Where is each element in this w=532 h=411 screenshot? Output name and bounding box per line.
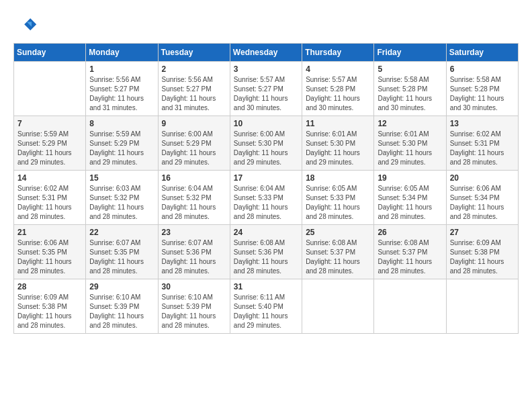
calendar-cell: 13Sunrise: 6:02 AM Sunset: 5:31 PM Dayli… — [446, 116, 518, 171]
calendar-cell: 1Sunrise: 5:56 AM Sunset: 5:27 PM Daylig… — [86, 62, 158, 116]
calendar-cell — [14, 62, 86, 116]
day-info: Sunrise: 5:56 AM Sunset: 5:27 PM Dayligh… — [89, 75, 154, 113]
calendar-cell: 2Sunrise: 5:56 AM Sunset: 5:27 PM Daylig… — [158, 62, 230, 116]
day-info: Sunrise: 6:09 AM Sunset: 5:38 PM Dayligh… — [17, 293, 82, 330]
calendar-cell: 10Sunrise: 6:00 AM Sunset: 5:30 PM Dayli… — [230, 116, 302, 171]
day-info: Sunrise: 6:01 AM Sunset: 5:30 PM Dayligh… — [378, 130, 442, 167]
calendar-cell: 12Sunrise: 6:01 AM Sunset: 5:30 PM Dayli… — [374, 116, 446, 171]
calendar-cell: 6Sunrise: 5:58 AM Sunset: 5:28 PM Daylig… — [446, 62, 518, 116]
day-info: Sunrise: 6:08 AM Sunset: 5:36 PM Dayligh… — [234, 238, 298, 276]
day-number: 21 — [17, 228, 82, 237]
day-number: 25 — [306, 228, 370, 237]
calendar-cell — [302, 279, 374, 334]
day-number: 26 — [378, 228, 442, 237]
day-number: 4 — [306, 64, 370, 74]
calendar-cell: 30Sunrise: 6:10 AM Sunset: 5:39 PM Dayli… — [158, 279, 230, 334]
day-info: Sunrise: 5:57 AM Sunset: 5:27 PM Dayligh… — [234, 75, 298, 113]
day-info: Sunrise: 5:58 AM Sunset: 5:28 PM Dayligh… — [450, 75, 515, 113]
day-info: Sunrise: 6:02 AM Sunset: 5:31 PM Dayligh… — [17, 184, 82, 222]
logo-icon — [13, 13, 38, 38]
calendar-cell: 26Sunrise: 6:08 AM Sunset: 5:37 PM Dayli… — [374, 225, 446, 279]
day-info: Sunrise: 6:10 AM Sunset: 5:39 PM Dayligh… — [89, 293, 154, 330]
day-info: Sunrise: 6:10 AM Sunset: 5:39 PM Dayligh… — [162, 293, 226, 330]
day-number: 28 — [17, 282, 82, 291]
calendar-cell: 8Sunrise: 5:59 AM Sunset: 5:29 PM Daylig… — [86, 116, 158, 171]
calendar-cell: 21Sunrise: 6:06 AM Sunset: 5:35 PM Dayli… — [14, 225, 86, 279]
day-info: Sunrise: 6:04 AM Sunset: 5:33 PM Dayligh… — [234, 184, 298, 222]
weekday-header-sunday: Sunday — [14, 44, 86, 62]
day-number: 3 — [234, 64, 298, 74]
day-number: 11 — [306, 119, 370, 128]
day-number: 12 — [378, 119, 442, 128]
calendar-cell: 7Sunrise: 5:59 AM Sunset: 5:29 PM Daylig… — [14, 116, 86, 171]
weekday-header-tuesday: Tuesday — [158, 44, 230, 62]
calendar-cell: 25Sunrise: 6:08 AM Sunset: 5:37 PM Dayli… — [302, 225, 374, 279]
calendar-cell: 20Sunrise: 6:06 AM Sunset: 5:34 PM Dayli… — [446, 171, 518, 225]
day-number: 7 — [17, 119, 82, 128]
day-number: 16 — [162, 173, 226, 183]
calendar-cell: 16Sunrise: 6:04 AM Sunset: 5:32 PM Dayli… — [158, 171, 230, 225]
calendar-cell: 11Sunrise: 6:01 AM Sunset: 5:30 PM Dayli… — [302, 116, 374, 171]
day-number: 20 — [450, 173, 515, 183]
calendar-cell: 19Sunrise: 6:05 AM Sunset: 5:34 PM Dayli… — [374, 171, 446, 225]
day-info: Sunrise: 5:56 AM Sunset: 5:27 PM Dayligh… — [162, 75, 226, 113]
day-number: 24 — [234, 228, 298, 237]
calendar-cell: 3Sunrise: 5:57 AM Sunset: 5:27 PM Daylig… — [230, 62, 302, 116]
day-info: Sunrise: 6:05 AM Sunset: 5:33 PM Dayligh… — [306, 184, 370, 222]
calendar-cell — [374, 279, 446, 334]
calendar-cell: 29Sunrise: 6:10 AM Sunset: 5:39 PM Dayli… — [86, 279, 158, 334]
weekday-header-monday: Monday — [86, 44, 158, 62]
day-number: 23 — [162, 228, 226, 237]
calendar-cell: 5Sunrise: 5:58 AM Sunset: 5:28 PM Daylig… — [374, 62, 446, 116]
day-info: Sunrise: 6:00 AM Sunset: 5:29 PM Dayligh… — [162, 130, 226, 167]
day-info: Sunrise: 6:06 AM Sunset: 5:34 PM Dayligh… — [450, 184, 515, 222]
day-info: Sunrise: 5:58 AM Sunset: 5:28 PM Dayligh… — [378, 75, 442, 113]
calendar-cell: 15Sunrise: 6:03 AM Sunset: 5:32 PM Dayli… — [86, 171, 158, 225]
calendar-cell: 31Sunrise: 6:11 AM Sunset: 5:40 PM Dayli… — [230, 279, 302, 334]
day-info: Sunrise: 6:07 AM Sunset: 5:36 PM Dayligh… — [162, 238, 226, 276]
weekday-header-thursday: Thursday — [302, 44, 374, 62]
calendar-cell: 24Sunrise: 6:08 AM Sunset: 5:36 PM Dayli… — [230, 225, 302, 279]
day-info: Sunrise: 6:07 AM Sunset: 5:35 PM Dayligh… — [89, 238, 154, 276]
day-number: 6 — [450, 64, 515, 74]
day-number: 2 — [162, 64, 226, 74]
day-info: Sunrise: 6:11 AM Sunset: 5:40 PM Dayligh… — [234, 293, 298, 330]
day-info: Sunrise: 5:59 AM Sunset: 5:29 PM Dayligh… — [89, 130, 154, 167]
page-header — [13, 13, 519, 38]
calendar-cell: 9Sunrise: 6:00 AM Sunset: 5:29 PM Daylig… — [158, 116, 230, 171]
weekday-header-wednesday: Wednesday — [230, 44, 302, 62]
calendar-cell: 22Sunrise: 6:07 AM Sunset: 5:35 PM Dayli… — [86, 225, 158, 279]
day-info: Sunrise: 6:08 AM Sunset: 5:37 PM Dayligh… — [306, 238, 370, 276]
day-number: 29 — [89, 282, 154, 291]
calendar-cell: 4Sunrise: 5:57 AM Sunset: 5:28 PM Daylig… — [302, 62, 374, 116]
day-number: 17 — [234, 173, 298, 183]
day-info: Sunrise: 5:59 AM Sunset: 5:29 PM Dayligh… — [17, 130, 82, 167]
calendar-cell: 23Sunrise: 6:07 AM Sunset: 5:36 PM Dayli… — [158, 225, 230, 279]
day-number: 19 — [378, 173, 442, 183]
calendar-cell: 18Sunrise: 6:05 AM Sunset: 5:33 PM Dayli… — [302, 171, 374, 225]
day-info: Sunrise: 6:06 AM Sunset: 5:35 PM Dayligh… — [17, 238, 82, 276]
logo — [13, 13, 42, 38]
calendar-cell: 27Sunrise: 6:09 AM Sunset: 5:38 PM Dayli… — [446, 225, 518, 279]
day-number: 13 — [450, 119, 515, 128]
day-info: Sunrise: 6:03 AM Sunset: 5:32 PM Dayligh… — [89, 184, 154, 222]
day-info: Sunrise: 6:09 AM Sunset: 5:38 PM Dayligh… — [450, 238, 515, 276]
calendar-table: SundayMondayTuesdayWednesdayThursdayFrid… — [13, 43, 519, 334]
day-number: 1 — [89, 64, 154, 74]
day-number: 14 — [17, 173, 82, 183]
calendar-cell — [446, 279, 518, 334]
day-info: Sunrise: 5:57 AM Sunset: 5:28 PM Dayligh… — [306, 75, 370, 113]
day-info: Sunrise: 6:04 AM Sunset: 5:32 PM Dayligh… — [162, 184, 226, 222]
day-info: Sunrise: 6:00 AM Sunset: 5:30 PM Dayligh… — [234, 130, 298, 167]
day-number: 30 — [162, 282, 226, 291]
calendar-cell: 28Sunrise: 6:09 AM Sunset: 5:38 PM Dayli… — [14, 279, 86, 334]
day-info: Sunrise: 6:08 AM Sunset: 5:37 PM Dayligh… — [378, 238, 442, 276]
calendar-cell: 14Sunrise: 6:02 AM Sunset: 5:31 PM Dayli… — [14, 171, 86, 225]
day-number: 8 — [89, 119, 154, 128]
weekday-header-friday: Friday — [374, 44, 446, 62]
day-number: 31 — [234, 282, 298, 291]
day-number: 15 — [89, 173, 154, 183]
day-info: Sunrise: 6:05 AM Sunset: 5:34 PM Dayligh… — [378, 184, 442, 222]
day-number: 27 — [450, 228, 515, 237]
day-number: 5 — [378, 64, 442, 74]
